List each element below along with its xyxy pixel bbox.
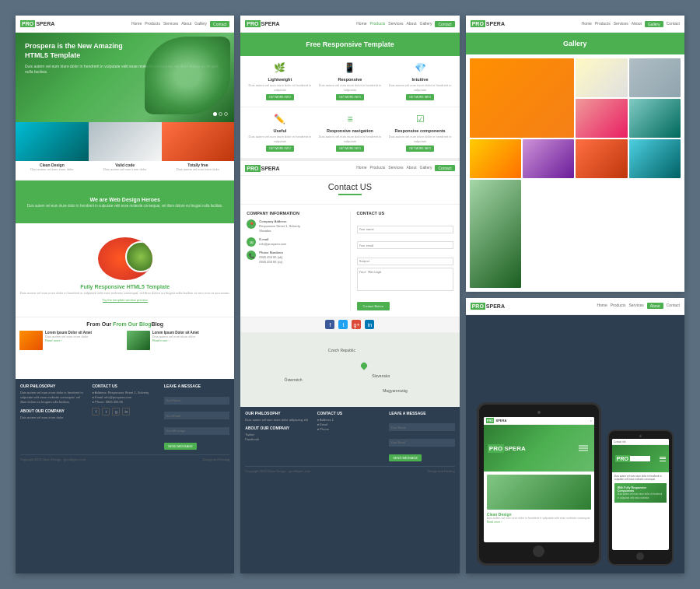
footer-send-btn[interactable]: SEND MESSAGE (164, 443, 197, 450)
footer-name-input[interactable] (164, 397, 229, 405)
gallery-item-3[interactable] (629, 58, 681, 97)
col3-nav-links[interactable]: Home Products Services About Gallery Con… (582, 21, 680, 27)
col2-footer-philosophy-title: OUR PHILOSOPHY (245, 411, 310, 415)
feature-responsive-btn[interactable]: GET MORE INFO (336, 94, 364, 100)
dot-3[interactable] (224, 112, 228, 116)
col3-devices-section: PRO SPERA Home Products Services About C… (466, 298, 684, 574)
hero-leaf-decoration (145, 37, 230, 114)
feature-nav: ≡ Responsive navigation Duis autem vel e… (317, 114, 383, 152)
feature-useful-btn[interactable]: GET MORE INFO (266, 145, 294, 152)
gallery-item-10[interactable] (470, 180, 521, 288)
col1-responsive-text: Duis autem vel eum iriure dolor in hendr… (20, 291, 230, 296)
gallery-item-1[interactable] (470, 58, 575, 138)
phone-home-button[interactable] (636, 552, 644, 560)
gallery-item-2[interactable] (576, 58, 627, 97)
tablet-home-button[interactable] (533, 545, 544, 557)
blog-post-1: Lorem Ipsum Dolor sit Amet Duis autem ve… (19, 331, 124, 350)
col2-footer-name-input[interactable] (389, 423, 454, 431)
contact-subject-input[interactable] (357, 258, 453, 265)
twitter-icon[interactable]: t (102, 408, 110, 415)
map-label-hungary: Magyarország (383, 388, 408, 393)
col1-template-link[interactable]: Try the template window preview (103, 298, 148, 303)
phone-feature-title: With Fully Responsive Components (618, 486, 663, 493)
feature-nav-text: Duis autem vel eum iriure dolor in hendr… (317, 135, 383, 143)
hero-carousel-dots[interactable] (213, 112, 228, 116)
col1-footer-columns: OUR PHILOSOPHY Duis autem vel eum iriure… (20, 384, 229, 451)
col2-footer-send-btn[interactable]: SEND MESSAGE (389, 454, 422, 461)
gallery-grid (466, 54, 684, 292)
footer-about-title: ABOUT OUR COMPANY (20, 408, 86, 413)
facebook-icon[interactable]: f (92, 408, 100, 415)
contact-message-textarea[interactable] (357, 268, 453, 291)
col3-content: PRO SPERA Home Products Services About G… (466, 16, 684, 573)
thumb-text-2: Duis autem vel eum iriure dolor (102, 167, 148, 171)
phone-content-text: Duis autem vel eum iriure dolor in hendr… (614, 475, 667, 481)
tablet-content-text: Duis autem vel eum iriure dolor in hendr… (487, 517, 591, 521)
phone-hamburger-menu[interactable] (660, 457, 666, 461)
phone-feature-text: Duis autem vel eum iriure dolor in hendr… (618, 493, 663, 499)
contact-address-item: 📍 Company Address Responsive Street 1, S… (247, 219, 343, 233)
linkedin-social-icon[interactable]: in (365, 320, 374, 329)
footer-social-links[interactable]: f t g in (92, 408, 157, 415)
blog-read-more-1[interactable]: Read more › (45, 338, 92, 342)
responsive-icon: 📱 (344, 62, 356, 75)
feature-nav-btn[interactable]: GET MORE INFO (336, 145, 364, 152)
gallery-item-8[interactable] (576, 139, 627, 178)
contact-submit-button[interactable]: Contact Button (357, 302, 390, 310)
tablet-nav-links: ≡ (590, 419, 592, 422)
googleplus-icon[interactable]: g (112, 408, 120, 415)
contact-email-input[interactable] (357, 241, 453, 249)
col1-blog-title: From Our From Our BlogBlog (19, 321, 230, 327)
footer-message-input[interactable] (164, 427, 229, 435)
blog-read-more-2[interactable]: Read more › (152, 338, 199, 342)
facebook-social-icon[interactable]: f (325, 320, 334, 329)
gallery-item-9[interactable] (629, 139, 681, 178)
dot-2[interactable] (219, 112, 222, 116)
blog-post-2: Lorem Ipsum Dolor sit Amet Duis autem ve… (127, 331, 231, 350)
col2-footer-contact-title: CONTACT US (317, 411, 383, 415)
linkedin-icon[interactable]: in (122, 408, 130, 415)
gallery-item-6[interactable] (470, 139, 521, 178)
col2-footer-email-input[interactable] (389, 439, 454, 447)
nav-icon: ≡ (344, 114, 356, 126)
email-icon: ✉ (247, 237, 256, 247)
twitter-social-icon[interactable]: t (338, 320, 348, 329)
gplus-social-icon[interactable]: g+ (352, 320, 361, 329)
footer-email-input[interactable] (164, 412, 229, 419)
col2-free-template-title: Free Responsive Template (306, 40, 394, 48)
col1-nav-links[interactable]: Home Products Services About Gallery Con… (131, 21, 229, 27)
gallery-item-4[interactable] (576, 99, 627, 138)
contact-name-input[interactable] (357, 226, 453, 233)
gallery-item-7[interactable] (523, 139, 574, 178)
col3-devices-navbar: PRO SPERA Home Products Services About C… (466, 298, 684, 315)
phone-hero: PROSPERA (612, 445, 669, 472)
column-2: PRO SPERA Home Products Services About G… (240, 16, 459, 573)
footer-contact-title: CONTACT US (92, 384, 157, 388)
col1-thumbnail-row: Clean Design Duis autem vel eum iriure d… (16, 122, 234, 181)
col2c-logo-pro: PRO (245, 165, 260, 172)
col2-contact-nav-links[interactable]: Home Products Services About Gallery Con… (356, 165, 454, 171)
col2-footer-message-title: LEAVE A MESSAGE (389, 411, 454, 415)
lightweight-icon: 🌿 (274, 62, 286, 75)
feature-lightweight: 🌿 Lightweight Duis autem vel eum iriure … (247, 62, 313, 100)
feature-lightweight-btn[interactable]: GET MORE INFO (266, 94, 294, 100)
tablet-read-more[interactable]: Read more › (487, 521, 591, 524)
thumb-text-1: Duis autem vel eum iriure dolor (29, 167, 75, 171)
col1-hero-section: Prospera is the New Amazing HTML5 Templa… (16, 33, 234, 122)
dot-1[interactable] (213, 112, 217, 116)
col2-footer-copyright: Copyright 2013 Clean Design - goodlayers… (245, 469, 310, 473)
gallery-item-5[interactable] (629, 99, 681, 138)
components-icon: ☑ (414, 114, 426, 126)
feature-intuitive-btn[interactable]: GET MORE INFO (406, 94, 434, 100)
tablet-camera (537, 411, 541, 414)
contact-form-title: CONTACT US (357, 211, 453, 216)
col2-footer-bottom: Copyright 2013 Clean Design - goodlayers… (245, 466, 454, 473)
map-label-slovakia: Slovensko (372, 373, 390, 378)
thumb-img-2 (89, 122, 162, 161)
col3-devices-nav-links[interactable]: Home Products Services About Contact (597, 303, 680, 309)
col3d-logo-pro: PRO (471, 303, 485, 310)
footer-contact-text: ● Address: Responsive Street 1, Solverty… (92, 391, 157, 405)
col2-nav-links[interactable]: Home Products Services About Gallery Con… (356, 21, 454, 27)
col1-responsive-title: Fully Responsive HTML5 Template (80, 284, 170, 289)
feature-components-btn[interactable]: GET MORE INFO (406, 145, 434, 152)
